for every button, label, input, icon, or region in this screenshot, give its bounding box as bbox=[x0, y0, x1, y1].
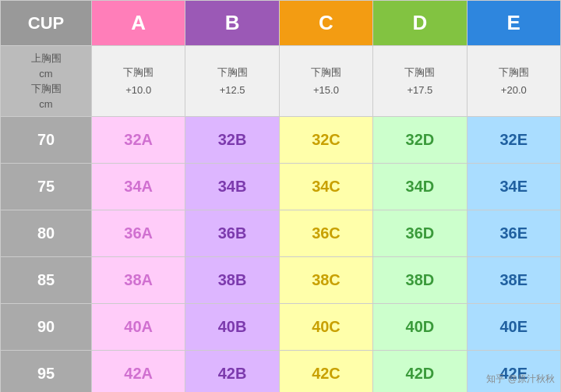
size-cell: 36E bbox=[467, 210, 560, 257]
size-cell: 38B bbox=[185, 257, 279, 304]
watermark: 知乎 @原汁秋秋 bbox=[486, 373, 555, 386]
row-size-label: 85 bbox=[1, 257, 92, 304]
col-header-d: D bbox=[373, 1, 467, 46]
subheader-a: 下胸围 +10.0 bbox=[92, 46, 185, 117]
table-row: 7032A32B32C32D32E bbox=[1, 117, 561, 164]
col-header-b: B bbox=[185, 1, 279, 46]
header-row: CUP A B C D E bbox=[1, 1, 561, 46]
size-cell: 32A bbox=[92, 117, 185, 164]
size-cell: 42B bbox=[185, 351, 279, 393]
size-cell: 40B bbox=[185, 304, 279, 351]
subheader-row: 上胸围 cm 下胸围 cm 下胸围 +10.0 下胸围 +12.5 下胸围 +1… bbox=[1, 46, 561, 117]
row-size-label: 80 bbox=[1, 210, 92, 257]
subheader-a-delta: +10.0 bbox=[125, 84, 151, 96]
subheader-c-label: 下胸围 bbox=[311, 66, 341, 78]
bra-size-table: CUP A B C D E 上胸围 cm 下胸围 cm 下胸围 +10.0 下胸… bbox=[0, 0, 561, 392]
lower-chest-label: 下胸围 bbox=[31, 83, 62, 94]
row-size-label: 90 bbox=[1, 304, 92, 351]
subheader-b-delta: +12.5 bbox=[220, 84, 245, 96]
size-cell: 42A bbox=[92, 351, 185, 393]
row-size-label: 70 bbox=[1, 117, 92, 164]
size-cell: 40E bbox=[467, 304, 560, 351]
table-row: 9040A40B40C40D40E bbox=[1, 304, 561, 351]
subheader-b-label: 下胸围 bbox=[217, 66, 248, 78]
size-cell: 40C bbox=[279, 304, 372, 351]
size-cell: 36B bbox=[185, 210, 279, 257]
subheader-c: 下胸围 +15.0 bbox=[279, 46, 372, 117]
row-size-label: 95 bbox=[1, 351, 92, 393]
size-cell: 34E bbox=[467, 164, 560, 210]
size-cell: 36D bbox=[373, 210, 467, 257]
subheader-d-delta: +17.5 bbox=[407, 84, 432, 96]
subheader-c-delta: +15.0 bbox=[313, 84, 339, 96]
size-cell: 34D bbox=[373, 164, 467, 210]
subheader-cup-cell: 上胸围 cm 下胸围 cm bbox=[1, 46, 92, 117]
table-row: 9542A42B42C42D42E bbox=[1, 351, 561, 393]
cm-label-1: cm bbox=[39, 68, 52, 79]
size-cell: 42D bbox=[373, 351, 467, 393]
table-body: 7032A32B32C32D32E7534A34B34C34D34E8036A3… bbox=[1, 117, 561, 393]
size-cell: 32D bbox=[373, 117, 467, 164]
subheader-d-label: 下胸围 bbox=[404, 66, 435, 78]
size-cell: 40A bbox=[92, 304, 185, 351]
size-cell: 32B bbox=[185, 117, 279, 164]
size-cell: 40D bbox=[373, 304, 467, 351]
table-row: 8538A38B38C38D38E bbox=[1, 257, 561, 304]
size-cell: 36A bbox=[92, 210, 185, 257]
upper-chest-label: 上胸围 bbox=[31, 52, 62, 64]
subheader-e: 下胸围 +20.0 bbox=[467, 46, 560, 117]
subheader-a-label: 下胸围 bbox=[123, 66, 153, 78]
size-cell: 38C bbox=[279, 257, 372, 304]
size-cell: 32C bbox=[279, 117, 372, 164]
row-size-label: 75 bbox=[1, 164, 92, 210]
size-cell: 34B bbox=[185, 164, 279, 210]
size-cell: 34A bbox=[92, 164, 185, 210]
cup-header: CUP bbox=[1, 1, 92, 46]
table-row: 7534A34B34C34D34E bbox=[1, 164, 561, 210]
subheader-e-delta: +20.0 bbox=[501, 84, 527, 96]
table-row: 8036A36B36C36D36E bbox=[1, 210, 561, 257]
col-header-c: C bbox=[279, 1, 372, 46]
size-cell: 38A bbox=[92, 257, 185, 304]
size-cell: 32E bbox=[467, 117, 560, 164]
subheader-b: 下胸围 +12.5 bbox=[185, 46, 279, 117]
size-cell: 36C bbox=[279, 210, 372, 257]
size-cell: 38D bbox=[373, 257, 467, 304]
col-header-e: E bbox=[467, 1, 560, 46]
col-header-a: A bbox=[92, 1, 185, 46]
subheader-d: 下胸围 +17.5 bbox=[373, 46, 467, 117]
cm-label-2: cm bbox=[39, 98, 52, 110]
subheader-e-label: 下胸围 bbox=[499, 66, 529, 78]
size-cell: 42C bbox=[279, 351, 372, 393]
size-cell: 34C bbox=[279, 164, 372, 210]
size-cell: 38E bbox=[467, 257, 560, 304]
